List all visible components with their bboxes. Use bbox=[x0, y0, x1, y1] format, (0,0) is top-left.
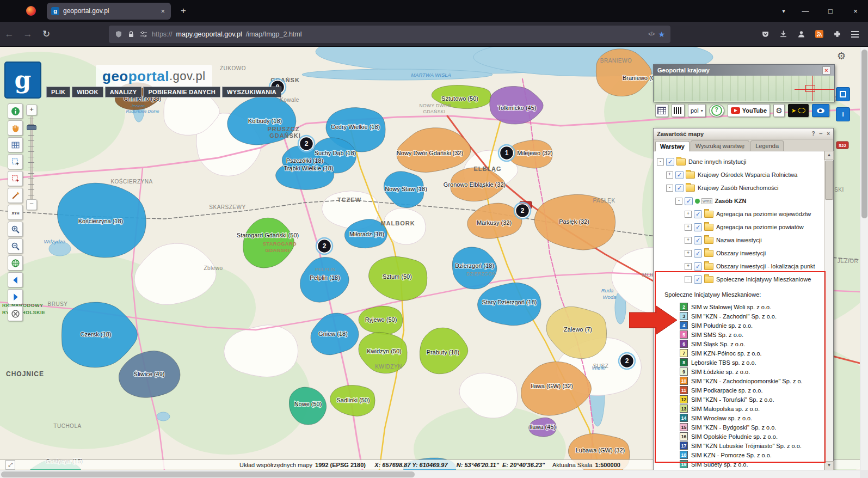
layer-node[interactable]: +✓Agregacja na poziomie województw bbox=[654, 207, 824, 220]
window-close-button[interactable]: × bbox=[843, 0, 868, 22]
layer-node[interactable]: -✓wmsZasób KZN bbox=[654, 194, 824, 207]
zoom-out-tool-button[interactable] bbox=[8, 238, 23, 254]
expander-icon[interactable]: + bbox=[685, 211, 692, 218]
window-minimize-button[interactable]: — bbox=[793, 0, 818, 22]
overview-header[interactable]: Geoportal krajowy × bbox=[654, 65, 834, 76]
measure-button[interactable] bbox=[8, 188, 23, 203]
overview-close-icon[interactable]: × bbox=[822, 66, 830, 75]
layer-node[interactable]: -✓Dane innych instytucji bbox=[654, 155, 824, 168]
forward-button[interactable]: → bbox=[19, 29, 37, 40]
tab-warstwy[interactable]: Warstwy bbox=[655, 141, 690, 151]
zoom-in-button[interactable]: + bbox=[26, 105, 37, 115]
tab-close-icon[interactable]: × bbox=[159, 7, 167, 15]
layer-checkbox[interactable]: ✓ bbox=[675, 184, 684, 192]
identify-button[interactable] bbox=[8, 103, 23, 119]
browser-tab[interactable]: g geoportal.gov.pl × bbox=[47, 3, 171, 20]
panel-help-icon[interactable]: ? bbox=[811, 131, 815, 137]
layer-node[interactable]: +✓Obszary inwestycji - lokalizacja punkt bbox=[654, 260, 824, 273]
lock-icon[interactable] bbox=[127, 30, 136, 39]
back-button[interactable]: ← bbox=[0, 29, 19, 40]
next-view-button[interactable] bbox=[8, 289, 23, 304]
layer-checkbox[interactable]: ✓ bbox=[694, 262, 702, 271]
vertical-scrollbar[interactable] bbox=[860, 46, 868, 470]
expander-icon[interactable]: - bbox=[657, 158, 664, 166]
layer-node[interactable]: +✓Agregacja na poziomie powiatów bbox=[654, 220, 824, 234]
account-icon[interactable] bbox=[797, 30, 805, 39]
expander-icon[interactable]: - bbox=[666, 185, 673, 192]
language-select[interactable]: pol ▾ bbox=[688, 104, 706, 117]
pan-button[interactable] bbox=[8, 120, 23, 136]
layer-checkbox[interactable]: ✓ bbox=[694, 223, 702, 231]
reload-button[interactable]: ↻ bbox=[37, 28, 56, 40]
layer-checkbox[interactable]: ✓ bbox=[694, 275, 702, 284]
menu-wyszukiwania[interactable]: WYSZUKIWANIA bbox=[222, 87, 281, 97]
rss-extension-icon[interactable] bbox=[815, 30, 823, 39]
map-settings-gear-icon[interactable]: ⚙ bbox=[837, 50, 846, 62]
panel-minimize-icon[interactable]: ‒ bbox=[820, 131, 823, 137]
expander-icon[interactable]: - bbox=[685, 276, 692, 283]
horizontal-scrollbar[interactable] bbox=[0, 470, 860, 478]
previous-view-button[interactable] bbox=[8, 272, 23, 287]
help-button[interactable]: ? bbox=[709, 104, 724, 117]
permissions-icon[interactable] bbox=[139, 30, 148, 39]
tab-legenda[interactable]: Legenda bbox=[750, 140, 784, 151]
youtube-button[interactable]: YouTube bbox=[728, 104, 770, 117]
horizontal-scrollbar-thumb[interactable] bbox=[1, 471, 415, 477]
accessibility-contrast-button[interactable]: ➤ bbox=[788, 104, 809, 117]
expander-icon[interactable]: + bbox=[666, 171, 673, 179]
visibility-button[interactable] bbox=[812, 104, 829, 117]
bookmark-star-icon[interactable]: ★ bbox=[658, 30, 665, 39]
code-view-icon[interactable]: </> bbox=[648, 31, 654, 37]
expander-icon[interactable]: + bbox=[685, 250, 692, 257]
zoom-slider-handle[interactable] bbox=[27, 125, 36, 130]
layers-shortcut-button[interactable] bbox=[836, 87, 850, 101]
info-shortcut-button[interactable]: i bbox=[836, 107, 850, 121]
overview-extent-box[interactable] bbox=[805, 85, 815, 92]
panel-close-icon[interactable]: × bbox=[827, 131, 830, 137]
list-all-tabs-icon[interactable]: ▾ bbox=[774, 8, 793, 15]
zoom-in-tool-button[interactable] bbox=[8, 222, 23, 237]
full-extent-button[interactable] bbox=[8, 255, 23, 271]
menu-analizy[interactable]: ANALIZY bbox=[105, 87, 142, 97]
clear-selection-button[interactable] bbox=[8, 171, 23, 186]
barcode-button[interactable] bbox=[672, 104, 685, 117]
expander-icon[interactable]: + bbox=[685, 263, 692, 270]
geoportal-logo[interactable]: g bbox=[4, 62, 41, 99]
window-restore-button[interactable]: □ bbox=[818, 0, 843, 22]
overview-minimap[interactable] bbox=[654, 76, 834, 101]
menu-hamburger-icon[interactable] bbox=[851, 30, 859, 39]
expand-corner-icon[interactable]: ⤢ bbox=[5, 460, 15, 470]
menu-pobieranie-danych[interactable]: POBIERANIE DANYCH bbox=[143, 87, 220, 97]
select-area-button[interactable] bbox=[8, 154, 23, 169]
expander-icon[interactable]: + bbox=[685, 237, 692, 244]
tab-wyszukaj-warstwę[interactable]: Wyszukaj warstwę bbox=[691, 140, 749, 151]
layer-checkbox[interactable]: ✓ bbox=[666, 158, 674, 166]
layer-checkbox[interactable]: ✓ bbox=[694, 210, 702, 218]
scrollbar-thumb[interactable] bbox=[825, 161, 833, 200]
shield-icon[interactable] bbox=[114, 30, 123, 39]
menu-plik[interactable]: PLIK bbox=[46, 87, 70, 97]
expander-icon[interactable]: - bbox=[675, 198, 682, 205]
zoom-out-button[interactable]: − bbox=[26, 199, 37, 210]
layer-node[interactable]: +✓Nazwa inwestycji bbox=[654, 234, 824, 247]
grid-view-button[interactable] bbox=[655, 104, 668, 117]
expander-icon[interactable]: + bbox=[685, 224, 692, 231]
layer-checkbox[interactable]: ✓ bbox=[694, 236, 702, 244]
firefox-profile-icon[interactable] bbox=[26, 6, 36, 16]
layer-checkbox[interactable]: ✓ bbox=[675, 171, 684, 179]
url-bar[interactable]: https://mapy.geoportal.gov.pl/imap/Imgp_… bbox=[109, 26, 670, 43]
layer-node[interactable]: +✓Obszary inwestycji bbox=[654, 247, 824, 260]
layer-node[interactable]: -✓Krajowy Zasób Nieruchomości bbox=[654, 181, 824, 194]
layer-checkbox[interactable]: ✓ bbox=[694, 249, 702, 258]
layer-node[interactable]: +✓Krajowy Ośrodek Wsparcia Rolnictwa bbox=[654, 168, 824, 181]
scroll-down-icon[interactable]: ▼ bbox=[824, 461, 834, 470]
pocket-icon[interactable] bbox=[761, 30, 769, 39]
panel-scrollbar[interactable]: ▲ ▼ bbox=[824, 151, 833, 470]
menu-widok[interactable]: WIDOK bbox=[72, 87, 103, 97]
clear-map-button[interactable] bbox=[8, 306, 23, 321]
attribute-table-button[interactable] bbox=[8, 137, 23, 152]
extensions-puzzle-icon[interactable] bbox=[833, 30, 841, 39]
zoom-slider[interactable] bbox=[26, 117, 36, 198]
scroll-up-icon[interactable]: ▲ bbox=[824, 151, 834, 160]
layer-node[interactable]: -✓Społeczne Inicjatywy Mieszkaniowe bbox=[654, 273, 824, 286]
